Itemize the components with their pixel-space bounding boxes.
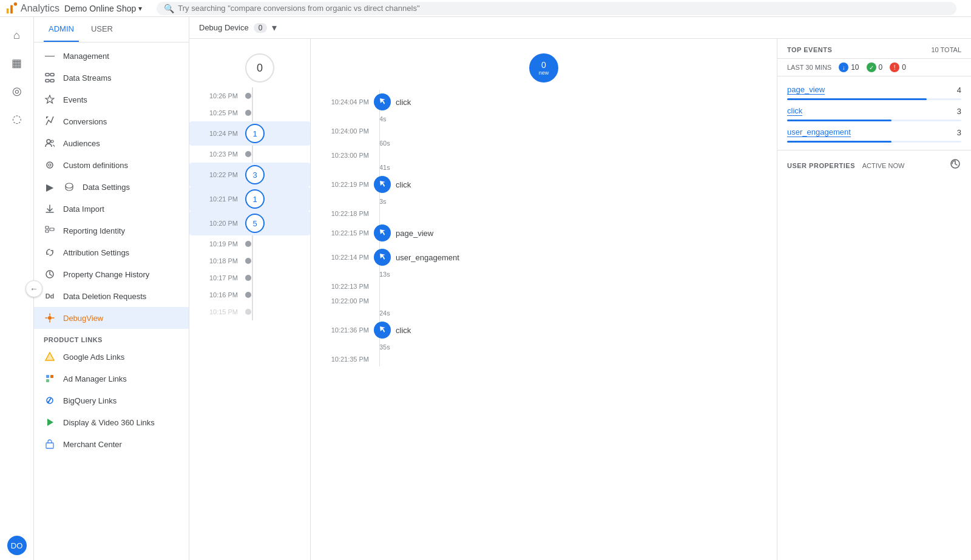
event-click-icon[interactable] — [374, 93, 391, 110]
event-time: 10:21:35 PM — [320, 356, 369, 363]
sidebar-item-custom-definitions[interactable]: Custom definitions — [34, 154, 189, 176]
user-properties-panel: USER PROPERTIES ACTIVE NOW — [777, 150, 971, 180]
top-event-row: page_view 4 — [777, 81, 971, 98]
back-button[interactable]: ← — [25, 280, 42, 297]
sidebar-item-debug-view[interactable]: DebugView — [34, 307, 189, 329]
timeline-dot[interactable] — [245, 93, 251, 99]
sidebar-item-data-streams[interactable]: Data Streams — [34, 67, 189, 89]
debug-dropdown-icon[interactable]: ▾ — [272, 22, 277, 33]
event-time: 10:22:00 PM — [320, 297, 369, 305]
event-engagement-icon[interactable] — [374, 249, 391, 266]
top-event-count: 3 — [957, 107, 961, 116]
sidebar-item-merchant-center[interactable]: Merchant Center — [34, 433, 189, 455]
svg-rect-12 — [46, 226, 49, 229]
tab-admin[interactable]: ADMIN — [44, 17, 79, 42]
event-click-icon[interactable] — [374, 322, 391, 339]
timeline-row-selected[interactable]: 10:22 PM 3 — [189, 163, 310, 187]
search-input[interactable] — [178, 4, 949, 13]
sidebar-item-label: Merchant Center — [63, 440, 122, 449]
app-name: Analytics — [21, 3, 59, 14]
svg-rect-4 — [50, 73, 54, 76]
sidebar-item-ad-manager[interactable]: Ad Manager Links — [34, 368, 189, 390]
sidebar-item-display-video[interactable]: Display & Video 360 Links — [34, 411, 189, 433]
timeline-selected-dot[interactable]: 3 — [245, 165, 265, 184]
nav-explore[interactable]: ◎ — [4, 78, 30, 104]
top-event-bar-container — [787, 120, 961, 121]
event-pageview-icon[interactable] — [374, 224, 391, 241]
timeline-row-selected[interactable]: 10:20 PM 5 — [189, 211, 310, 235]
event-row: 10:21:36 PM click — [311, 318, 767, 342]
event-time: 10:22:13 PM — [320, 283, 369, 290]
sidebar-item-property-change-history[interactable]: Property Change History — [34, 263, 189, 285]
sidebar-item-label: Custom definitions — [63, 161, 128, 170]
sidebar-item-attribution[interactable]: Attribution Settings — [34, 241, 189, 263]
top-events-title: TOP EVENTS — [787, 46, 832, 53]
nav-advertising[interactable]: ◌ — [4, 106, 30, 132]
svg-point-10 — [47, 162, 53, 168]
timeline-dot[interactable] — [245, 309, 251, 315]
user-avatar[interactable]: DO — [7, 536, 27, 555]
nav-reports[interactable]: ▦ — [4, 50, 30, 76]
sidebar-item-label: Google Ads Links — [63, 353, 124, 362]
event-time: 10:22:18 PM — [320, 210, 369, 217]
timeline-row-selected[interactable]: 10:21 PM 1 — [189, 187, 310, 211]
search-bar[interactable]: 🔍 — [157, 2, 956, 15]
property-selector[interactable]: Demo Online Shop ▾ — [64, 4, 142, 13]
events-icon — [44, 93, 56, 106]
property-name: Demo Online Shop — [64, 4, 136, 13]
svg-point-8 — [47, 140, 50, 143]
timeline-dot[interactable] — [245, 151, 251, 157]
avatar-text: DO — [11, 541, 23, 550]
sidebar-item-reporting-identity[interactable]: Reporting Identity — [34, 220, 189, 241]
main-layout: ⌂ ▦ ◎ ◌ DO ← ADMIN USER — [0, 17, 971, 560]
history-icon — [44, 268, 56, 280]
timeline-selected-dot[interactable]: 1 — [245, 189, 265, 209]
timeline-dot[interactable] — [245, 110, 251, 116]
audiences-icon — [44, 137, 56, 149]
sidebar-item-data-import[interactable]: Data Import — [34, 198, 189, 220]
top-event-name[interactable]: page_view — [787, 85, 825, 95]
history-icon[interactable] — [949, 158, 961, 172]
sidebar-item-conversions[interactable]: Conversions — [34, 110, 189, 132]
timeline-row-selected[interactable]: 10:24 PM 1 — [189, 121, 310, 146]
event-row: 10:21:35 PM — [311, 352, 767, 366]
event-name: click — [396, 180, 411, 189]
timeline-dot[interactable] — [245, 241, 251, 247]
sidebar-item-bigquery[interactable]: BigQuery Links — [34, 390, 189, 411]
conversions-icon — [44, 115, 56, 127]
sidebar-item-events[interactable]: Events — [34, 89, 189, 110]
top-event-name[interactable]: click — [787, 106, 802, 116]
timeline-row: 10:18 PM — [189, 252, 310, 269]
sidebar-item-audiences[interactable]: Audiences — [34, 132, 189, 154]
sidebar-item-label: Attribution Settings — [63, 248, 129, 257]
timeline-selected-dot[interactable]: 5 — [245, 214, 265, 233]
event-row: 10:22:15 PM page_view — [311, 221, 767, 245]
reporting-identity-icon — [44, 224, 56, 237]
timeline-dot[interactable] — [245, 292, 251, 298]
sidebar-item-label: Property Change History — [63, 270, 149, 279]
timeline-dot[interactable] — [245, 275, 251, 281]
sidebar-item-label: Display & Video 360 Links — [63, 418, 155, 427]
event-row: 10:22:13 PM — [311, 279, 767, 294]
nav-home[interactable]: ⌂ — [4, 22, 30, 49]
sidebar-item-google-ads[interactable]: Google Ads Links — [34, 346, 189, 368]
timeline-selected-dot[interactable]: 1 — [245, 124, 265, 143]
ad-manager-icon — [44, 373, 56, 385]
top-event-row: click 3 — [777, 103, 971, 120]
sidebar-item-label: BigQuery Links — [63, 396, 117, 405]
timeline-row: 10:26 PM — [189, 87, 310, 104]
timeline-dot[interactable] — [245, 258, 251, 264]
event-click-icon[interactable] — [374, 176, 391, 193]
tab-user[interactable]: USER — [86, 17, 118, 42]
sidebar-item-management[interactable]: — Management — [34, 45, 189, 67]
svg-rect-21 — [46, 379, 49, 382]
timeline-time: 10:18 PM — [204, 257, 238, 265]
google-ads-icon — [44, 351, 56, 363]
timeline-row: 10:19 PM — [189, 235, 310, 252]
sidebar-item-data-settings[interactable]: ▶ Data Settings — [34, 176, 189, 198]
event-time: 10:21:36 PM — [320, 326, 369, 334]
sidebar-item-data-deletion[interactable]: Dd Data Deletion Requests — [34, 285, 189, 307]
top-event-name[interactable]: user_engagement — [787, 127, 851, 137]
timeline-top-count: 0 — [257, 62, 263, 75]
content-area: Debug Device 0 ▾ 0 — [189, 17, 971, 560]
